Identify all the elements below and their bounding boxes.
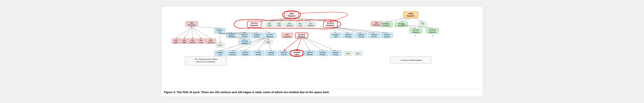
svg-text:Thread: Thread bbox=[358, 36, 364, 38]
svg-text:Load: Load bbox=[199, 42, 203, 43]
svg-text:OSB2: OSB2 bbox=[408, 13, 413, 14]
svg-text:Session: Session bbox=[242, 42, 248, 44]
figure-caption: Figure 3: The FDG of sysA. There are 102… bbox=[163, 88, 481, 95]
svg-text:Docker5: Docker5 bbox=[230, 52, 236, 54]
svg-text:Docker5: Docker5 bbox=[255, 52, 262, 54]
svg-text:Docker1: Docker1 bbox=[254, 34, 260, 36]
svg-text:Service6: Service6 bbox=[298, 34, 305, 36]
svg-text:OS2: OS2 bbox=[421, 23, 424, 24]
svg-text:Service1: Service1 bbox=[251, 22, 258, 24]
svg-text:OS3 *: OS3 * bbox=[218, 44, 222, 46]
svg-text:Requests: Requests bbox=[412, 31, 419, 33]
svg-text:Space: Space bbox=[174, 42, 178, 43]
caption-sysname: sysA bbox=[193, 90, 200, 94]
svg-text:State: State bbox=[268, 24, 272, 26]
svg-text:+: + bbox=[414, 34, 416, 37]
svg-line-150 bbox=[279, 18, 290, 22]
svg-text:Docker1: Docker1 bbox=[216, 29, 223, 31]
svg-text:CPU: CPU bbox=[218, 54, 222, 56]
svg-text:Requests: Requests bbox=[429, 31, 436, 33]
svg-text:Disk: Disk bbox=[278, 24, 281, 26]
figure-container: OSB1 Requests OSB2 Requests DB2 Requests… bbox=[161, 6, 483, 97]
svg-text:Docker1: Docker1 bbox=[242, 40, 248, 42]
svg-text:Full GC: Full GC bbox=[281, 54, 287, 56]
svg-text:DB2: DB2 bbox=[209, 40, 212, 41]
svg-text:Docker2: Docker2 bbox=[345, 34, 351, 36]
svg-line-157 bbox=[184, 27, 192, 38]
svg-text:Docker5: Docker5 bbox=[242, 52, 248, 54]
svg-text:DB1: DB1 bbox=[286, 34, 289, 36]
svg-text:Requests: Requests bbox=[266, 36, 273, 38]
svg-text:Thread: Thread bbox=[333, 54, 338, 56]
svg-text:Docker6: Docker6 bbox=[332, 52, 338, 54]
svg-text:Memory: Memory bbox=[345, 36, 352, 38]
svg-text:Docker6: Docker6 bbox=[294, 52, 300, 54]
svg-line-154 bbox=[386, 18, 407, 22]
svg-line-158 bbox=[192, 27, 193, 38]
svg-text:Requests: Requests bbox=[250, 24, 258, 26]
svg-text:DB2: DB2 bbox=[191, 40, 194, 41]
svg-line-147 bbox=[262, 18, 288, 21]
svg-text:Docker2: Docker2 bbox=[332, 34, 339, 36]
svg-text:Docker6: Docker6 bbox=[306, 52, 313, 54]
svg-line-156 bbox=[414, 18, 422, 22]
svg-text:Service7: Service7 bbox=[412, 29, 419, 31]
svg-line-167 bbox=[220, 34, 220, 43]
svg-text:Docker5: Docker5 bbox=[268, 52, 274, 54]
svg-text:Requests: Requests bbox=[382, 24, 390, 26]
svg-line-185 bbox=[336, 28, 387, 33]
svg-text:Full GC: Full GC bbox=[254, 36, 260, 38]
svg-text:Requests: Requests bbox=[407, 15, 414, 17]
svg-text:Session: Session bbox=[242, 54, 248, 56]
svg-text:Memory: Memory bbox=[307, 54, 313, 56]
svg-text:CPU: CPU bbox=[295, 54, 299, 56]
svg-text:Requests: Requests bbox=[188, 24, 195, 26]
svg-line-160 bbox=[192, 27, 211, 38]
svg-text:DB2: DB2 bbox=[199, 40, 202, 41]
svg-text:CPU: CPU bbox=[334, 36, 338, 38]
svg-line-180 bbox=[305, 38, 336, 50]
svg-text:Session: Session bbox=[384, 36, 390, 38]
svg-text:OS2 *: OS2 * bbox=[356, 53, 361, 54]
svg-text:OS6 *: OS6 * bbox=[346, 53, 350, 54]
svg-text:Requests: Requests bbox=[284, 36, 291, 38]
svg-line-152 bbox=[293, 18, 300, 22]
svg-text:Service5: Service5 bbox=[266, 34, 273, 36]
svg-text:Docker1: Docker1 bbox=[241, 34, 248, 36]
svg-text:Service2: Service2 bbox=[327, 22, 334, 24]
svg-text:Memory: Memory bbox=[286, 24, 293, 26]
svg-text:Load: Load bbox=[298, 24, 302, 26]
svg-line-176 bbox=[284, 38, 299, 50]
svg-text:DB3: DB3 bbox=[375, 22, 378, 24]
svg-text:DB2: DB2 bbox=[190, 22, 193, 24]
svg-text:Full GC: Full GC bbox=[268, 54, 274, 56]
svg-text:Docker2: Docker2 bbox=[358, 34, 364, 36]
svg-text:OS1: OS1 bbox=[288, 23, 291, 24]
svg-text:Memory: Memory bbox=[208, 42, 214, 43]
svg-text:Requests: Requests bbox=[326, 24, 334, 26]
svg-line-177 bbox=[297, 38, 301, 50]
svg-text:Requests: Requests bbox=[373, 24, 380, 26]
svg-text:Docker6: Docker6 bbox=[281, 52, 287, 54]
svg-text:OS1: OS1 bbox=[309, 23, 312, 24]
svg-line-149 bbox=[269, 18, 289, 22]
svg-text:CPU: CPU bbox=[218, 31, 222, 33]
svg-text:DB2: DB2 bbox=[182, 40, 186, 41]
svg-text:Requests: Requests bbox=[288, 15, 295, 17]
svg-text:+: + bbox=[432, 34, 433, 37]
svg-line-151 bbox=[290, 18, 292, 22]
svg-text:Docker2: Docker2 bbox=[384, 34, 390, 36]
svg-text:State: State bbox=[182, 42, 186, 43]
svg-text:Docker6: Docker6 bbox=[319, 52, 326, 54]
svg-line-162 bbox=[198, 27, 220, 28]
svg-text:'+' denotes a omitted subgraph: '+' denotes a omitted subgraph bbox=[400, 59, 422, 61]
svg-text:Docker2: Docker2 bbox=[371, 34, 377, 36]
svg-text:Requests: Requests bbox=[398, 24, 405, 26]
svg-line-179 bbox=[304, 38, 322, 50]
svg-text:OS1: OS1 bbox=[298, 23, 302, 24]
svg-text:Thread: Thread bbox=[256, 54, 261, 56]
svg-text:OS1: OS1 bbox=[277, 23, 281, 24]
svg-text:Service8: Service8 bbox=[429, 29, 436, 31]
svg-text:Full GC: Full GC bbox=[371, 36, 377, 38]
svg-text:Network: Network bbox=[308, 24, 314, 26]
